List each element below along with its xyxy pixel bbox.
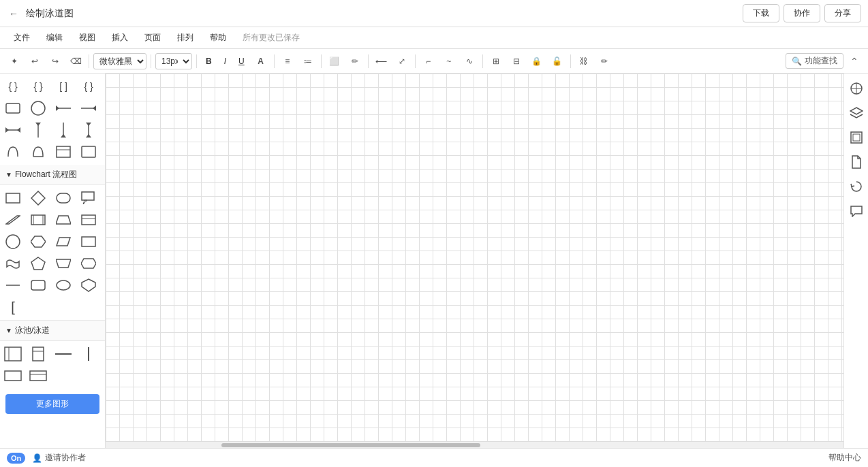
history-button[interactable] (847, 177, 866, 196)
separator-5 (321, 54, 322, 68)
align-left-button[interactable]: ⟵ (373, 52, 390, 70)
flowchart-shape-diamond[interactable] (28, 188, 48, 208)
shape-item[interactable] (28, 98, 48, 118)
flowchart-shape-pentagon[interactable] (28, 253, 48, 274)
flowchart-shape-trapezoid[interactable] (53, 210, 74, 230)
canvas-area[interactable] (106, 74, 843, 448)
shape-item[interactable] (78, 120, 99, 140)
flowchart-shape-rect3[interactable] (78, 231, 99, 252)
flowchart-section-header[interactable]: ▼ Flowchart 流程图 (0, 165, 105, 185)
swimlane-shape-pool-v[interactable] (28, 344, 48, 364)
menu-item-edit[interactable]: 编辑 (40, 29, 69, 46)
shape-item[interactable] (28, 120, 48, 140)
flowchart-shape-hexagon[interactable] (28, 231, 48, 252)
swimlane-shape-hline[interactable] (53, 344, 74, 364)
swimlane-shape-lane-v[interactable] (28, 366, 48, 386)
menu-item-help[interactable]: 帮助 (203, 29, 233, 46)
shape-item[interactable] (53, 98, 74, 118)
shape-item[interactable]: [ ] (53, 76, 74, 97)
flowchart-shape-parallelogram2[interactable] (53, 231, 74, 252)
layers-button[interactable] (847, 103, 866, 123)
horizontal-scrollbar[interactable] (106, 441, 843, 448)
shape-item[interactable]: { } (3, 76, 23, 97)
help-center-link[interactable]: 帮助中心 (828, 452, 861, 464)
flowchart-shape-wave[interactable] (3, 253, 23, 274)
flowchart-shape-minus[interactable] (3, 275, 23, 295)
redo-button[interactable]: ↪ (46, 52, 64, 70)
extra-button[interactable]: ∿ (461, 52, 478, 70)
flowchart-shape-circle[interactable] (3, 231, 23, 252)
shape-item[interactable]: { } (78, 76, 99, 97)
swimlane-section-header[interactable]: ▼ 泳池/泳道 (0, 320, 105, 341)
menu-item-file[interactable]: 文件 (7, 29, 37, 46)
link-button[interactable]: ⛓ (575, 52, 593, 70)
flowchart-shape-trapezoid2[interactable] (53, 253, 74, 274)
shape-item[interactable]: { } (28, 76, 48, 97)
back-button[interactable]: ← (7, 7, 20, 20)
flowchart-shape-shield[interactable] (78, 275, 99, 295)
pen-button[interactable]: ✏ (595, 52, 613, 70)
italic-button[interactable]: I (219, 53, 231, 69)
shape-item[interactable] (53, 120, 74, 140)
unlock-button[interactable]: 🔓 (548, 52, 566, 70)
shape-item[interactable] (3, 120, 23, 140)
select-tool-button[interactable]: ✦ (5, 52, 23, 70)
menu-item-page[interactable]: 页面 (138, 29, 168, 46)
comment-button[interactable] (847, 202, 866, 221)
svg-marker-41 (82, 279, 95, 291)
bold-button[interactable]: B (201, 53, 217, 69)
font-size-select[interactable]: 13px (155, 53, 192, 69)
shape-item[interactable] (78, 98, 99, 118)
shape-item[interactable] (28, 142, 48, 162)
list-button[interactable]: ≔ (299, 52, 317, 70)
underline-button[interactable]: U (234, 53, 249, 69)
align-button[interactable]: ≡ (279, 52, 296, 70)
flowchart-shape-rect2[interactable] (28, 210, 48, 230)
flowchart-shape-callout[interactable] (78, 188, 99, 208)
clear-button[interactable]: ⌫ (67, 52, 84, 70)
flowchart-shape-rounded-rect[interactable] (53, 188, 74, 208)
swimlane-shape-pool-h[interactable] (3, 344, 23, 364)
flowchart-shape-rect4[interactable] (28, 275, 48, 295)
search-button[interactable]: 🔍 功能查找 (786, 53, 843, 69)
svg-marker-3 (56, 106, 59, 111)
fill-color-button[interactable]: ⬜ (326, 52, 343, 70)
connection-button[interactable]: ⤢ (393, 52, 411, 70)
shape-item[interactable] (3, 98, 23, 118)
connect-button[interactable]: ⊟ (508, 52, 525, 70)
download-button[interactable]: 下载 (743, 4, 779, 22)
flowchart-shape-divided-rect[interactable] (78, 210, 99, 230)
group-button[interactable]: ⊞ (487, 52, 505, 70)
document-button[interactable] (847, 152, 866, 172)
frame-button[interactable] (847, 128, 866, 147)
share-button[interactable]: 分享 (824, 4, 861, 22)
shape-item[interactable] (3, 142, 23, 162)
flowchart-shape-hexagon2[interactable] (78, 253, 99, 274)
line-color-button[interactable]: ✏ (346, 52, 364, 70)
coop-button[interactable]: 协作 (784, 4, 820, 22)
collapse-toolbar-button[interactable]: ⌃ (846, 53, 863, 69)
swimlane-shape-vline[interactable] (78, 344, 99, 364)
menu-item-arrange[interactable]: 排列 (170, 29, 200, 46)
swimlane-shape-lane-h[interactable] (3, 366, 23, 386)
flowchart-shape-oval[interactable] (53, 275, 74, 295)
canvas[interactable] (106, 74, 843, 448)
shape-item[interactable] (78, 142, 99, 162)
undo-button[interactable]: ↩ (26, 52, 44, 70)
flow-button[interactable]: ⌐ (420, 52, 437, 70)
menu-item-view[interactable]: 视图 (72, 29, 102, 46)
menu-item-insert[interactable]: 插入 (105, 29, 135, 46)
flowchart-shape-rect[interactable] (3, 188, 23, 208)
waypoint-button[interactable]: ~ (440, 52, 458, 70)
font-color-button[interactable]: A (252, 52, 270, 70)
lock-button[interactable]: 🔒 (528, 52, 546, 70)
scrollbar-thumb[interactable] (221, 443, 480, 447)
flowchart-shape-bracket[interactable]: [ (3, 297, 23, 317)
more-shapes-button[interactable]: 更多图形 (5, 394, 99, 414)
compass-button[interactable] (847, 79, 866, 98)
menu-bar: 文件 编辑 视图 插入 页面 排列 帮助 所有更改已保存 (0, 27, 868, 49)
font-family-select[interactable]: 微软雅黑 (93, 53, 146, 69)
flowchart-shape-parallelogram[interactable] (3, 210, 23, 230)
shape-item[interactable] (53, 142, 74, 162)
invite-button[interactable]: 👤 邀请协作者 (32, 452, 86, 464)
